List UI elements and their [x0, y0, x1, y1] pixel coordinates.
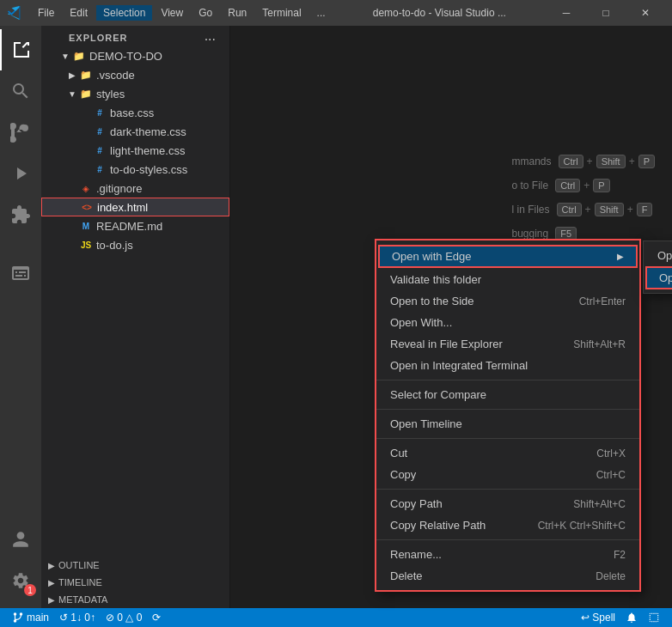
menu-more[interactable]: ... [310, 5, 333, 21]
activity-explorer[interactable] [0, 29, 41, 70]
statusbar-sync[interactable]: ↺ 1↓ 0↑ [54, 608, 101, 627]
root-label: DEMO-TO-DO [89, 50, 162, 63]
statusbar-layout[interactable] [643, 612, 665, 624]
activity-bottom: 1 [0, 519, 41, 608]
dark-theme-file[interactable]: # dark-theme.css [41, 122, 229, 141]
editor-area: mmands Ctrl + Shift + P o to File Ctrl +… [230, 26, 672, 608]
todo-js-file[interactable]: JS to-do.js [41, 235, 229, 254]
menu-validate-folder[interactable]: Validate this folder [376, 269, 639, 290]
vscode-arrow: ▶ [65, 70, 79, 80]
open-devtools-label: Open Browser with DevTools [659, 271, 672, 284]
tree-root[interactable]: ▼ 📁 DEMO-TO-DO [41, 46, 229, 65]
copy-relative-label: Copy Relative Path [390, 519, 486, 532]
menu-go[interactable]: Go [192, 5, 219, 21]
vscode-folder[interactable]: ▶ 📁 .vscode [41, 65, 229, 84]
kbd-ctrl-3: Ctrl [557, 203, 582, 216]
menu-view[interactable]: View [154, 5, 190, 21]
base-css-file[interactable]: # base.css [41, 103, 229, 122]
maximize-button[interactable]: □ [586, 0, 626, 26]
activity-remote-explorer[interactable] [0, 253, 41, 294]
styles-folder-icon: 📁 [79, 87, 93, 100]
cut-shortcut: Ctrl+X [596, 447, 626, 460]
statusbar-branch[interactable]: main [7, 608, 54, 627]
light-theme-icon: # [93, 143, 107, 157]
statusbar: main ↺ 1↓ 0↑ ⊘ 0 △ 0 ⟳ ↩ Spell [0, 608, 672, 627]
menu-copy-path[interactable]: Copy Path Shift+Alt+C [376, 493, 639, 514]
menu-file[interactable]: File [31, 5, 61, 21]
menu-copy-relative-path[interactable]: Copy Relative Path Ctrl+K Ctrl+Shift+C [376, 514, 639, 536]
gitignore-file[interactable]: ◈ .gitignore [41, 179, 229, 198]
menu-select-compare[interactable]: Select for Compare [376, 384, 639, 405]
edge-submenu: Open Browser Open Browser with DevTools [643, 240, 672, 294]
shortcut-find-files: l in Files Ctrl + Shift + F [511, 203, 655, 216]
timeline-section[interactable]: ▶ TIMELINE [41, 574, 229, 591]
delete-shortcut: Delete [596, 570, 626, 582]
menu-copy[interactable]: Copy Ctrl+C [376, 464, 639, 485]
timeline-arrow: ▶ [48, 578, 55, 587]
menu-selection[interactable]: Selection [96, 5, 152, 21]
menu-open-with[interactable]: Open With... [376, 312, 639, 333]
light-theme-file[interactable]: # light-theme.css [41, 141, 229, 160]
validate-folder-label: Validate this folder [390, 273, 481, 286]
menu-rename[interactable]: Rename... F2 [376, 544, 639, 565]
kbd-p-1: P [638, 155, 655, 168]
minimize-button[interactable]: ─ [547, 0, 586, 26]
select-compare-label: Select for Compare [390, 388, 486, 401]
explorer-more[interactable]: ... [205, 28, 223, 44]
titlebar-menu: File Edit Selection View Go Run Terminal… [31, 5, 333, 21]
copy-label: Copy [390, 468, 416, 481]
sidebar-header: EXPLORER ... [41, 26, 229, 46]
metadata-section[interactable]: ▶ METADATA [41, 591, 229, 608]
activity-source-control[interactable] [0, 112, 41, 153]
kbd-ctrl-2: Ctrl [555, 179, 580, 192]
menu-open-with-edge[interactable]: Open with Edge ▶ [378, 245, 638, 268]
copy-path-label: Copy Path [390, 497, 443, 510]
menu-cut[interactable]: Cut Ctrl+X [376, 442, 639, 464]
submenu-arrow-icon: ▶ [617, 252, 624, 261]
shortcut-find-label: l in Files [511, 204, 549, 216]
index-html-icon: <> [80, 200, 94, 214]
styles-folder[interactable]: ▼ 📁 styles [41, 84, 229, 103]
menu-edit[interactable]: Edit [63, 5, 95, 21]
submenu-open-devtools[interactable]: Open Browser with DevTools [645, 266, 672, 289]
index-html-label: index.html [97, 201, 148, 214]
activity-settings[interactable]: 1 [0, 560, 41, 601]
todo-styles-label: to-do-styles.css [110, 163, 187, 176]
rename-shortcut: F2 [614, 549, 626, 561]
dark-theme-icon: # [93, 125, 107, 138]
menu-open-terminal[interactable]: Open in Integrated Terminal [376, 355, 639, 376]
main-container: 1 EXPLORER ... ▼ 📁 DEMO-TO-DO ▶ 📁 .vscod… [0, 26, 672, 608]
kbd-f-3: F [637, 203, 653, 216]
window-controls: ─ □ ✕ [547, 0, 665, 26]
statusbar-errors[interactable]: ⊘ 0 △ 0 [101, 608, 147, 627]
menu-run[interactable]: Run [221, 5, 254, 21]
statusbar-spell[interactable]: ↩ Spell [576, 612, 620, 624]
sync-label: ↺ 1↓ 0↑ [59, 612, 95, 624]
sidebar-bottom: ▶ OUTLINE ▶ TIMELINE ▶ METADATA [41, 557, 229, 608]
activity-account[interactable] [0, 519, 41, 560]
todo-styles-icon: # [93, 162, 107, 176]
shortcut-goto-file: o to File Ctrl + P [511, 179, 655, 192]
todo-styles-file[interactable]: # to-do-styles.css [41, 160, 229, 179]
index-html-file[interactable]: <> index.html [41, 198, 229, 216]
refresh-icon: ⟳ [152, 612, 161, 624]
menu-open-timeline[interactable]: Open Timeline [376, 413, 639, 435]
todo-js-icon: JS [79, 238, 93, 252]
close-button[interactable]: ✕ [626, 0, 665, 26]
menu-delete[interactable]: Delete Delete [376, 565, 639, 587]
outline-section[interactable]: ▶ OUTLINE [41, 557, 229, 574]
menu-reveal-explorer[interactable]: Reveal in File Explorer Shift+Alt+R [376, 333, 639, 355]
statusbar-notifications[interactable] [620, 612, 643, 624]
menu-open-side[interactable]: Open to the Side Ctrl+Enter [376, 290, 639, 312]
menu-terminal[interactable]: Terminal [255, 5, 308, 21]
activity-extensions[interactable] [0, 194, 41, 235]
statusbar-refresh[interactable]: ⟳ [147, 608, 166, 627]
sep-3 [376, 438, 639, 439]
activity-run[interactable] [0, 153, 41, 194]
submenu-open-browser[interactable]: Open Browser [644, 245, 672, 266]
open-browser-label: Open Browser [657, 249, 672, 262]
branch-label: main [27, 612, 49, 624]
readme-file[interactable]: M README.md [41, 216, 229, 235]
activity-search[interactable] [0, 70, 41, 112]
light-theme-label: light-theme.css [110, 144, 185, 157]
